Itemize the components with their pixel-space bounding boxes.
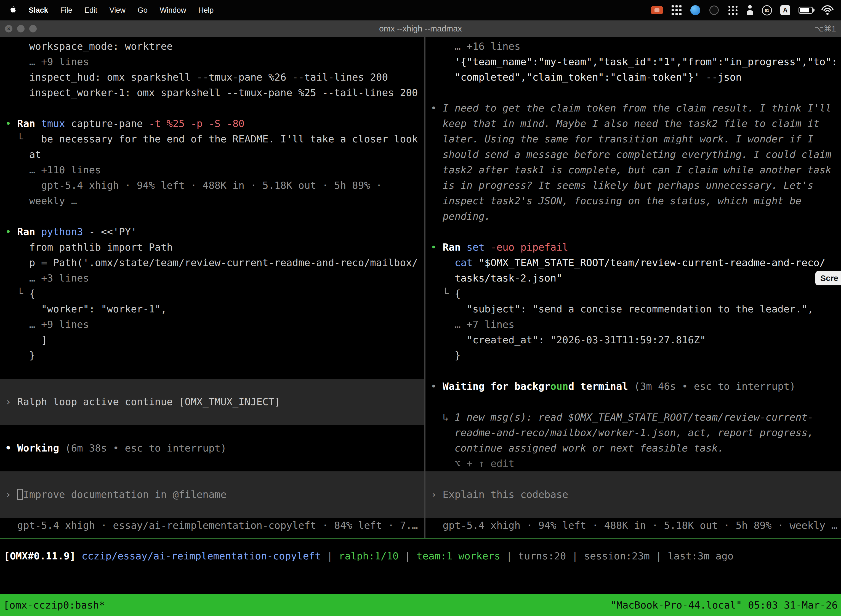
omx-status-bar: [OMX#0.11.9] cczip/essay/ai-reimplementa… bbox=[0, 548, 841, 563]
ran-command-line: • Ran tmux capture-pane -t %25 -p -S -80 bbox=[5, 116, 424, 131]
terminal-line bbox=[431, 85, 841, 100]
tmux-host-time: "MacBook-Pro-44.local" 05:03 31-Mar-26 bbox=[610, 600, 838, 611]
screen-recording-indicator-icon[interactable] bbox=[651, 6, 663, 14]
terminal-line bbox=[431, 224, 841, 239]
terminal-line: workspace_mode: worktree bbox=[5, 39, 424, 54]
menu-item-window[interactable]: Window bbox=[160, 6, 186, 15]
desktop: Slack FileEditViewGoWindowHelp 61 A × om… bbox=[0, 0, 841, 616]
wifi-icon[interactable] bbox=[821, 5, 834, 15]
omx-status-line: [OMX#0.11.9] cczip/essay/ai-reimplementa… bbox=[4, 550, 733, 562]
terminal-line bbox=[425, 471, 841, 487]
terminal-line bbox=[425, 502, 841, 518]
dark-app-icon[interactable] bbox=[709, 5, 719, 15]
gauge-value: 61 bbox=[765, 8, 769, 13]
terminal-line: p = Path('.omx/state/team/review-current… bbox=[5, 255, 424, 270]
terminal-line: … +110 lines bbox=[5, 162, 424, 178]
terminal-line: readme-and-reco/mailbox/worker-1.json, a… bbox=[431, 425, 841, 440]
terminal-line: "worker": "worker-1", bbox=[5, 301, 424, 317]
terminal-line: "subject": "send a concise recommendatio… bbox=[431, 301, 841, 317]
terminal-line: … +16 lines bbox=[431, 39, 841, 54]
pane-status-line: gpt-5.4 xhigh · essay/ai-reimplementatio… bbox=[5, 518, 424, 533]
terminal-line: } bbox=[431, 348, 841, 363]
terminal-line: cat "$OMX_TEAM_STATE_ROOT/team/review-cu… bbox=[431, 255, 841, 270]
menu-item-view[interactable]: View bbox=[110, 6, 126, 15]
input-source-icon[interactable]: A bbox=[780, 5, 790, 15]
prompt-input-line: › Explain this codebase bbox=[425, 487, 841, 502]
terminal-line: "created_at": "2026-03-31T11:59:27.816Z" bbox=[431, 332, 841, 348]
menu-item-file[interactable]: File bbox=[60, 6, 73, 15]
window-title-bar[interactable]: × omx --xhigh --madmax ⌥⌘1 bbox=[0, 21, 841, 37]
terminal-line bbox=[5, 425, 424, 440]
tmux-session-window: [omx-cczip0:bash* bbox=[3, 600, 105, 611]
terminal-line: tasks/task-2.json" bbox=[431, 270, 841, 286]
terminal-line: from pathlib import Path bbox=[5, 239, 424, 255]
grid-icon[interactable] bbox=[671, 5, 682, 15]
menu-item-go[interactable]: Go bbox=[138, 6, 148, 15]
terminal-line: ↳ 1 new msg(s): read $OMX_TEAM_STATE_ROO… bbox=[431, 409, 841, 425]
terminal-line: … +3 lines bbox=[5, 270, 424, 286]
terminal-line: continue assigned work or next feasible … bbox=[431, 440, 841, 456]
terminal-line: "completed","claim_token":"claim-token"}… bbox=[431, 70, 841, 85]
window-shortcut-hint: ⌥⌘1 bbox=[814, 24, 836, 34]
terminal-line bbox=[5, 100, 424, 116]
terminal-line: inspect_hud: omx sparkshell --tmux-pane … bbox=[5, 70, 424, 85]
person-icon[interactable] bbox=[746, 5, 753, 15]
input-source-label: A bbox=[783, 7, 788, 14]
menu-bar-left: Slack FileEditViewGoWindowHelp bbox=[9, 6, 214, 15]
thinking-line: pending. bbox=[431, 209, 841, 224]
terminal-line: weekly … bbox=[5, 193, 424, 209]
status-working-line: • Working (6m 38s • esc to interrupt) bbox=[5, 440, 424, 456]
terminal-line bbox=[431, 363, 841, 378]
menu-item-help[interactable]: Help bbox=[198, 6, 214, 15]
tmux-status-bar: [omx-cczip0:bash* "MacBook-Pro-44.local"… bbox=[0, 594, 841, 616]
screen-share-tooltip[interactable]: Scre bbox=[815, 271, 841, 285]
terminal-line: gpt-5.4 xhigh · 94% left · 488K in · 5.1… bbox=[5, 178, 424, 193]
hud-separator bbox=[0, 538, 841, 539]
ran-command-line: • Ran set -euo pipefail bbox=[431, 239, 841, 255]
dots-grid-icon[interactable] bbox=[728, 5, 738, 15]
blue-app-icon[interactable] bbox=[690, 5, 700, 15]
terminal-line bbox=[0, 471, 424, 487]
thinking-line: is in progress? It seems likely but perh… bbox=[431, 178, 841, 193]
terminal-area: workspace_mode: worktree … +9 lines insp… bbox=[0, 37, 841, 538]
apple-logo-icon[interactable] bbox=[9, 6, 16, 14]
injected-prompt-line: › Ralph loop active continue [OMX_TMUX_I… bbox=[0, 394, 424, 409]
thinking-line: should send a message before completing … bbox=[431, 147, 841, 162]
terminal-line: at bbox=[5, 147, 424, 162]
active-app-name[interactable]: Slack bbox=[29, 6, 48, 15]
terminal-line: └ { bbox=[431, 286, 841, 301]
pane-status-line: gpt-5.4 xhigh · 94% left · 488K in · 5.1… bbox=[431, 518, 841, 533]
terminal-line bbox=[5, 456, 424, 471]
left-terminal-pane[interactable]: workspace_mode: worktree … +9 lines insp… bbox=[0, 37, 424, 538]
terminal-line bbox=[0, 378, 424, 394]
thinking-line: inspect task2's JSON, focusing on the st… bbox=[431, 193, 841, 209]
thinking-line: task2 after task1 is complete, but can I… bbox=[431, 162, 841, 178]
terminal-line: ⌥ + ↑ edit bbox=[431, 456, 841, 471]
terminal-line bbox=[0, 409, 424, 425]
thinking-line: • I need to get the claim token from the… bbox=[431, 100, 841, 116]
terminal-line: ] bbox=[5, 332, 424, 348]
macos-menu-bar: Slack FileEditViewGoWindowHelp 61 A bbox=[0, 0, 841, 21]
right-terminal-pane[interactable]: … +16 lines '{"team_name":"my-team","tas… bbox=[425, 37, 841, 538]
terminal-line: … +7 lines bbox=[431, 317, 841, 332]
prompt-input-line: › Improve documentation in @filename bbox=[0, 487, 424, 502]
terminal-line: └ { bbox=[5, 286, 424, 301]
battery-icon[interactable] bbox=[799, 7, 813, 14]
terminal-line: } bbox=[5, 348, 424, 363]
window-title: omx --xhigh --madmax bbox=[0, 21, 841, 37]
thinking-line: keep that in mind. Maybe I also need the… bbox=[431, 116, 841, 131]
status-waiting-line: • Waiting for background terminal (3m 46… bbox=[431, 378, 841, 394]
terminal-line: … +9 lines bbox=[5, 317, 424, 332]
terminal-line: '{"team_name":"my-team","task_id":"1","f… bbox=[431, 54, 841, 70]
menu-bar-status-icons: 61 A bbox=[651, 5, 834, 15]
ran-command-line: • Ran python3 - <<'PY' bbox=[5, 224, 424, 239]
gauge-icon[interactable]: 61 bbox=[762, 5, 772, 15]
terminal-line bbox=[5, 363, 424, 378]
terminal-line: inspect_worker-1: omx sparkshell --tmux-… bbox=[5, 85, 424, 100]
terminal-line: … +9 lines bbox=[5, 54, 424, 70]
terminal-line bbox=[0, 502, 424, 518]
terminal-line: └ be necessary for the end of the README… bbox=[5, 131, 424, 147]
menu-item-edit[interactable]: Edit bbox=[84, 6, 97, 15]
terminal-line bbox=[431, 394, 841, 409]
thinking-line: later. Using the same for transition mig… bbox=[431, 131, 841, 147]
